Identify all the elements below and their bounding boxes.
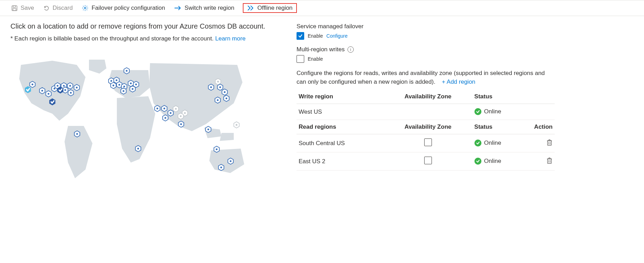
svg-point-35 xyxy=(76,87,77,88)
svg-point-15 xyxy=(126,70,127,72)
failover-enable-label: Enable xyxy=(308,33,323,39)
svg-rect-89 xyxy=(548,141,552,145)
discard-button[interactable]: Discard xyxy=(43,3,74,13)
svg-point-61 xyxy=(217,99,218,101)
info-icon[interactable]: i xyxy=(347,46,354,53)
svg-point-81 xyxy=(216,148,217,150)
offline-region-button[interactable]: Offline region xyxy=(243,3,297,13)
save-icon xyxy=(11,5,18,12)
multi-region-writes-checkbox[interactable] xyxy=(297,55,304,63)
svg-point-37 xyxy=(110,80,112,82)
learn-more-link[interactable]: Learn more xyxy=(215,35,246,42)
gear-icon xyxy=(82,5,89,12)
svg-point-39 xyxy=(115,79,117,81)
read-region-row: South Central US Online xyxy=(297,134,555,152)
svg-point-83 xyxy=(230,160,231,162)
region-name: East US 2 xyxy=(297,152,384,171)
add-region-link[interactable]: + Add region xyxy=(442,78,475,85)
az-checkbox[interactable] xyxy=(424,138,432,146)
region-name: West US xyxy=(297,104,384,120)
svg-point-19 xyxy=(41,90,43,91)
multi-region-writes-label: Multi-region writes xyxy=(297,46,345,53)
read-action-header: Action xyxy=(526,120,555,134)
svg-point-5 xyxy=(217,81,219,82)
svg-point-85 xyxy=(220,166,222,168)
failover-policy-label: Failover policy configuration xyxy=(91,5,165,12)
svg-point-73 xyxy=(180,123,182,125)
service-managed-failover-label: Service managed failover xyxy=(297,23,555,30)
svg-rect-2 xyxy=(13,8,16,10)
az-cell xyxy=(384,104,472,120)
svg-point-67 xyxy=(163,107,165,109)
svg-point-77 xyxy=(76,133,78,135)
svg-point-51 xyxy=(135,83,137,85)
switch-write-region-button[interactable]: Switch write region xyxy=(173,3,235,13)
svg-point-55 xyxy=(210,86,212,88)
regions-description: Configure the regions for reads, writes … xyxy=(297,69,555,86)
write-az-header: Availability Zone xyxy=(384,90,472,104)
svg-point-41 xyxy=(112,84,114,86)
failover-policy-button[interactable]: Failover policy configuration xyxy=(81,3,166,13)
svg-point-3 xyxy=(84,7,86,9)
svg-point-53 xyxy=(132,88,133,90)
delete-region-button[interactable] xyxy=(546,157,553,164)
svg-point-11 xyxy=(180,115,181,117)
svg-point-31 xyxy=(64,89,66,91)
svg-point-71 xyxy=(164,117,166,119)
az-checkbox[interactable] xyxy=(424,157,432,164)
svg-point-75 xyxy=(207,128,209,130)
failover-configure-link[interactable]: Configure xyxy=(327,33,348,39)
svg-point-43 xyxy=(118,84,120,85)
svg-point-59 xyxy=(224,91,225,93)
save-label: Save xyxy=(21,5,34,12)
status-cell: Online xyxy=(474,140,501,146)
multi-region-enable-label: Enable xyxy=(308,56,323,62)
status-online-icon xyxy=(474,108,481,115)
az-cell[interactable] xyxy=(384,152,472,171)
svg-point-25 xyxy=(57,85,58,87)
world-region-map[interactable] xyxy=(10,58,262,208)
svg-point-45 xyxy=(123,85,125,87)
delete-region-button[interactable] xyxy=(546,139,553,146)
svg-point-29 xyxy=(69,85,71,87)
svg-point-7 xyxy=(175,108,177,110)
undo-icon xyxy=(43,5,50,12)
status-cell: Online xyxy=(474,108,501,115)
svg-rect-90 xyxy=(548,159,552,164)
write-regions-table: Write region Availability Zone Status We… xyxy=(297,90,555,171)
regions-description-text: Configure the regions for reads, writes … xyxy=(297,70,545,85)
write-region-header: Write region xyxy=(297,90,384,104)
read-az-header: Availability Zone xyxy=(384,120,472,134)
billing-text: * Each region is billable based on the t… xyxy=(10,35,215,42)
discard-label: Discard xyxy=(53,5,73,12)
write-status-header: Status xyxy=(472,90,526,104)
status-cell: Online xyxy=(474,158,501,165)
double-chevron-right-icon xyxy=(247,5,255,11)
read-region-header: Read regions xyxy=(297,120,384,134)
read-status-header: Status xyxy=(472,120,526,134)
az-cell[interactable] xyxy=(384,134,472,152)
status-online-icon xyxy=(474,158,481,165)
command-bar: Save Discard Failover policy configurati… xyxy=(0,0,644,16)
service-managed-failover-checkbox[interactable] xyxy=(297,32,304,40)
svg-point-47 xyxy=(122,90,124,92)
svg-rect-0 xyxy=(12,6,17,10)
read-region-row: East US 2 Online xyxy=(297,152,555,171)
svg-point-13 xyxy=(235,124,237,126)
svg-point-21 xyxy=(47,93,49,95)
arrow-right-icon xyxy=(174,5,182,11)
svg-point-27 xyxy=(63,85,65,87)
svg-point-33 xyxy=(70,92,72,93)
instruction-text: Click on a location to add or remove reg… xyxy=(10,22,276,30)
switch-write-region-label: Switch write region xyxy=(185,5,234,12)
status-online-icon xyxy=(474,140,481,146)
save-button[interactable]: Save xyxy=(10,3,35,13)
offline-region-label: Offline region xyxy=(257,5,293,12)
svg-point-17 xyxy=(31,83,33,85)
write-region-row: West US Online xyxy=(297,104,555,120)
region-name: South Central US xyxy=(297,134,384,152)
svg-point-65 xyxy=(156,107,158,109)
svg-point-57 xyxy=(219,86,221,88)
svg-point-9 xyxy=(184,112,186,114)
billing-note: * Each region is billable based on the t… xyxy=(10,35,276,42)
